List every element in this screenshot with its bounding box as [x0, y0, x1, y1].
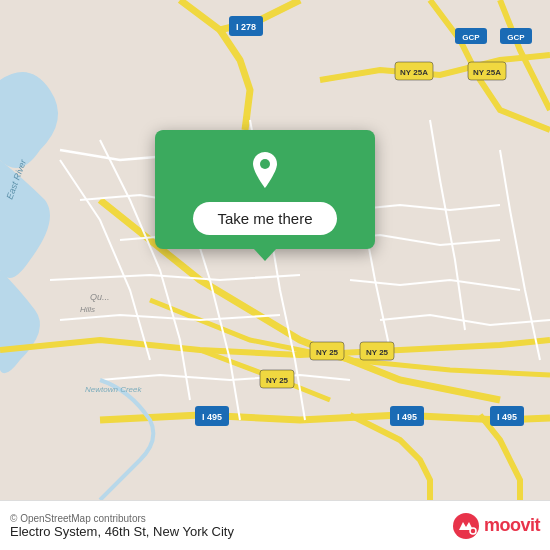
- svg-text:Qu...: Qu...: [90, 292, 110, 302]
- svg-point-28: [453, 513, 479, 539]
- moovit-logo: moovit: [452, 512, 540, 540]
- svg-text:I 495: I 495: [497, 412, 517, 422]
- location-pin-icon: [243, 148, 287, 192]
- svg-text:NY 25A: NY 25A: [400, 68, 428, 77]
- svg-text:NY 25: NY 25: [266, 376, 289, 385]
- svg-text:I 495: I 495: [397, 412, 417, 422]
- svg-text:NY 25A: NY 25A: [473, 68, 501, 77]
- svg-text:I 495: I 495: [202, 412, 222, 422]
- svg-text:GCP: GCP: [507, 33, 525, 42]
- svg-text:I 278: I 278: [236, 22, 256, 32]
- openstreetmap-credit: © OpenStreetMap contributors: [10, 513, 234, 524]
- moovit-icon: [452, 512, 480, 540]
- svg-text:Newtown Creek: Newtown Creek: [85, 385, 142, 394]
- bottom-bar-info: © OpenStreetMap contributors Electro Sys…: [10, 513, 234, 539]
- moovit-label: moovit: [484, 515, 540, 536]
- popup-card: Take me there: [155, 130, 375, 249]
- svg-point-27: [260, 159, 270, 169]
- bottom-bar: © OpenStreetMap contributors Electro Sys…: [0, 500, 550, 550]
- svg-text:NY 25: NY 25: [316, 348, 339, 357]
- svg-text:GCP: GCP: [462, 33, 480, 42]
- svg-text:Hills: Hills: [80, 305, 95, 314]
- location-label: Electro System, 46th St, New York City: [10, 524, 234, 539]
- take-me-there-button[interactable]: Take me there: [193, 202, 336, 235]
- svg-point-29: [470, 528, 476, 534]
- svg-text:NY 25: NY 25: [366, 348, 389, 357]
